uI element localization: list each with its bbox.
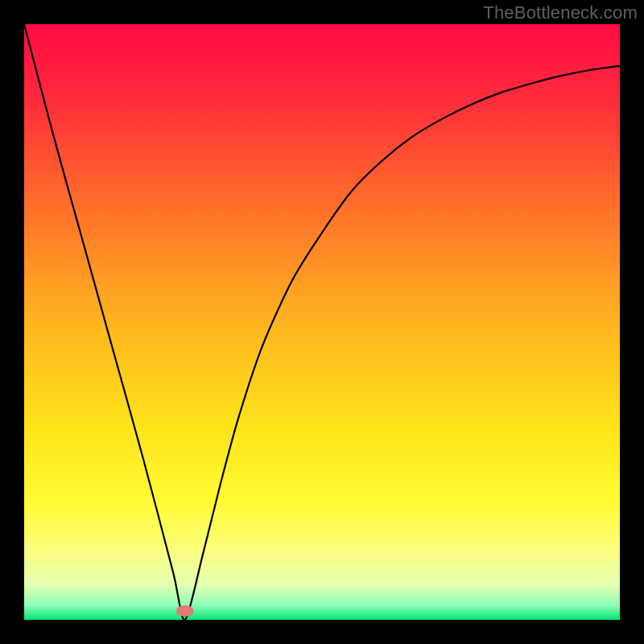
watermark-text: TheBottleneck.com xyxy=(483,2,638,23)
optimal-point-marker xyxy=(176,605,194,617)
bottleneck-chart xyxy=(0,0,644,644)
plot-background xyxy=(24,24,620,620)
chart-container: { "watermark": "TheBottleneck.com", "cha… xyxy=(0,0,644,644)
